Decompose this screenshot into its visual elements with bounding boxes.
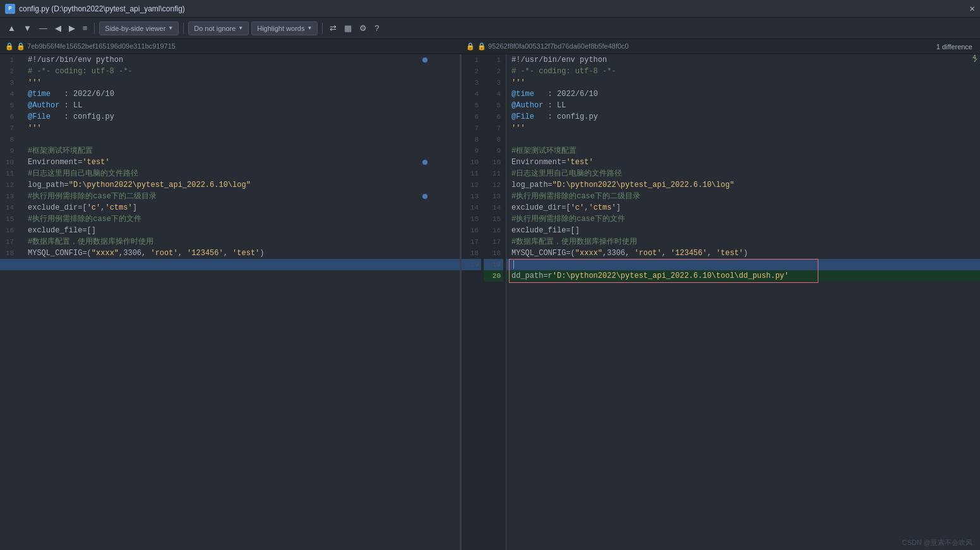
forward-button[interactable]: ▶ — [66, 22, 78, 34]
left-code: @time : 2022/6/10 — [25, 88, 460, 100]
line-num: 15 — [0, 213, 19, 225]
mid-num: 8 — [484, 134, 503, 145]
left-line-4: 4 @time : 2022/6/10 — [0, 88, 460, 100]
up-button[interactable]: ▲ — [5, 22, 18, 34]
left-line-15: 15 #执行用例需排除的case下的文件 — [0, 213, 460, 225]
left-code — [25, 134, 460, 145]
mid-num: 18 — [484, 248, 503, 259]
right-line-nums: 1 2 3 4 5 6 7 8 9 10 11 12 13 14 15 16 1… — [484, 54, 506, 550]
line-num: 7 — [0, 123, 19, 134]
right-code — [506, 134, 980, 145]
swap-icon[interactable]: ⇄ — [327, 22, 339, 34]
separator-1 — [94, 23, 95, 34]
left-code: Environment='test' — [25, 157, 460, 168]
mid-num: 14 — [462, 202, 481, 213]
right-line-3: ''' — [506, 77, 980, 88]
mid-num: 7 — [484, 123, 503, 134]
chevron-down-icon: ▼ — [168, 25, 173, 31]
left-code: MYSQL_CONFIG=("xxxx",3306, 'root', '1234… — [25, 248, 460, 259]
mid-num: 14 — [484, 202, 503, 213]
mid-num: 8 — [462, 134, 481, 145]
left-line-9: 9 #框架测试环境配置 — [0, 145, 460, 157]
mid-num: 12 — [462, 179, 481, 191]
right-line-8 — [506, 134, 980, 145]
line-num: 17 — [0, 236, 19, 248]
bottom-bar: CSDN @亚索不会吹风 — [895, 535, 980, 550]
viewer-dropdown[interactable]: Side-by-side viewer ▼ — [99, 21, 179, 35]
left-line-nums: 1 2 3 4 5 6 7 8 9 10 11 12 13 14 15 16 1… — [462, 54, 484, 550]
mid-num: 18 — [462, 248, 481, 259]
right-line-15: #执行用例需排除的case下的文件 — [506, 213, 980, 225]
highlight-label: Highlight words — [257, 25, 304, 32]
mid-num: 16 — [462, 225, 481, 236]
mid-num: 17 — [462, 236, 481, 248]
left-code: #执行用例需排除的case下的文件 — [25, 213, 460, 225]
diff-count: 1 difference — [936, 43, 972, 51]
menu-button[interactable]: ≡ — [80, 22, 90, 34]
left-code: log_path="D:\python2022\pytest_api_2022.… — [25, 179, 460, 191]
line-num — [0, 259, 19, 270]
line-num: 18 — [0, 248, 19, 259]
right-line-12: log_path="D:\python2022\pytest_api_2022.… — [506, 179, 980, 191]
mid-num: 16 — [484, 225, 503, 236]
right-panel: ✓ #!/usr/bin/env python # -*- coding: ut… — [506, 54, 980, 550]
right-code: │ — [506, 259, 980, 270]
line-num: 14 — [0, 202, 19, 213]
left-code: @File : config.py — [25, 111, 460, 123]
left-line-8: 8 — [0, 134, 460, 145]
right-line-17: #数据库配置，使用数据库操作时使用 — [506, 236, 980, 248]
line-num: 3 — [0, 77, 19, 88]
mark-button[interactable]: — — [37, 22, 50, 34]
mid-num: 19 — [462, 259, 481, 270]
right-code: @time : 2022/6/10 — [506, 88, 980, 100]
lock-icon-right: 🔒 — [466, 42, 475, 51]
mid-num: 4 — [462, 88, 481, 100]
ignore-label: Do not ignore — [194, 25, 236, 32]
right-line-14: exclude_dir=['c','ctms'] — [506, 202, 980, 213]
right-code: #执行用例需排除的case下的二级目录 — [506, 191, 980, 202]
right-line-7: ''' — [506, 123, 980, 134]
left-code: # -*- coding: utf-8 -*- — [25, 66, 460, 77]
down-button[interactable]: ▼ — [21, 22, 34, 34]
ignore-dropdown[interactable]: Do not ignore ▼ — [188, 21, 249, 35]
right-line-13: #执行用例需排除的case下的二级目录 — [506, 191, 980, 202]
separator-3 — [322, 23, 323, 34]
right-code: log_path="D:\python2022\pytest_api_2022.… — [506, 179, 980, 191]
left-line-1: 1 #!/usr/bin/env python — [0, 54, 460, 66]
line-num: 16 — [0, 225, 19, 236]
lock-icon-left: 🔒 — [5, 42, 14, 51]
line-num: 10 — [0, 157, 19, 168]
mid-num: 12 — [484, 179, 503, 191]
settings-icon[interactable]: ⚙ — [357, 22, 369, 34]
right-line-19: │ — [506, 259, 980, 270]
right-line-9: #框架测试环境配置 — [506, 145, 980, 157]
back-button[interactable]: ◀ — [52, 22, 64, 34]
mid-num: 1 — [462, 54, 481, 66]
left-line-16: 16 exclude_file=[] — [0, 225, 460, 236]
right-code: MYSQL_CONFIG=("xxxx",3306, 'root', '1234… — [506, 248, 980, 259]
line-num: 1 — [0, 54, 19, 66]
right-code: @File : config.py — [506, 111, 980, 123]
right-line-10: Environment='test' — [506, 157, 980, 168]
mid-num: 2 — [462, 66, 481, 77]
right-line-5: @Author : LL — [506, 100, 980, 111]
left-line-19 — [0, 259, 460, 270]
gutter-marker-2 — [422, 157, 428, 168]
left-code: #日志这里用自己电脑的文件路径 — [25, 168, 460, 179]
help-icon[interactable]: ? — [372, 22, 381, 34]
mid-num: 6 — [484, 111, 503, 123]
viewer-label: Side-by-side viewer — [105, 25, 165, 32]
mid-num: 15 — [484, 213, 503, 225]
highlight-dropdown[interactable]: Highlight words ▼ — [251, 21, 318, 35]
grid-icon[interactable]: ▦ — [342, 22, 354, 34]
middle-line-numbers: 1 2 3 4 5 6 7 8 9 10 11 12 13 14 15 16 1… — [461, 54, 506, 550]
close-button[interactable]: ✕ — [970, 3, 975, 14]
left-code: ''' — [25, 77, 460, 88]
left-code: exclude_dir=['c','ctms'] — [25, 202, 460, 213]
line-num: 6 — [0, 111, 19, 123]
line-num: 4 — [0, 88, 19, 100]
mid-num: 10 — [484, 157, 503, 168]
mid-num: 11 — [462, 168, 481, 179]
gutter-marker-1 — [422, 54, 428, 66]
mid-num: 3 — [484, 77, 503, 88]
